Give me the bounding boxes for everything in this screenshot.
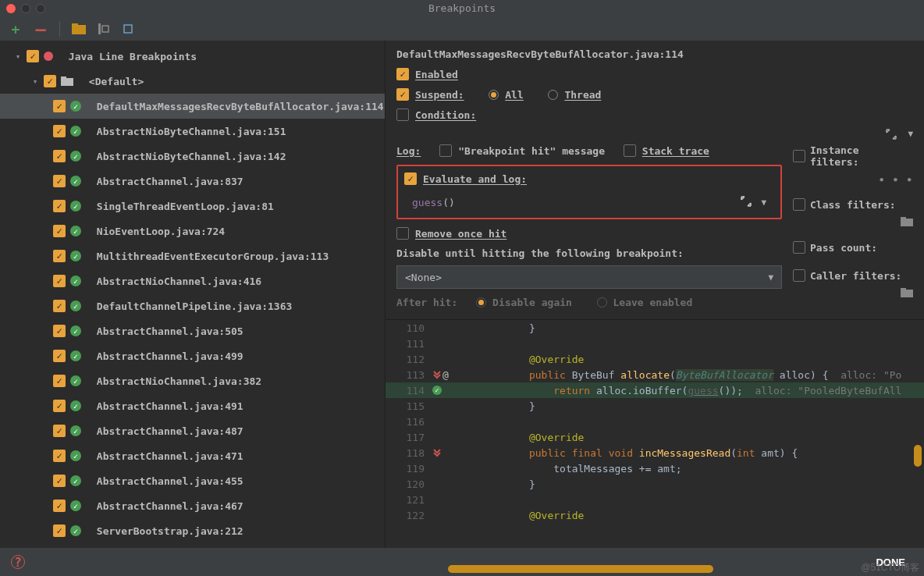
caller-filters-checkbox[interactable]: [793, 269, 805, 282]
tree-row[interactable]: ✓✓ AbstractNioByteChannel.java:151: [0, 119, 385, 144]
tree-row[interactable]: ✓✓ AbstractChannel.java:471: [0, 443, 385, 468]
caller-filters-browse-icon[interactable]: [901, 288, 913, 300]
eval-checkbox[interactable]: ✓: [404, 172, 417, 185]
tree-row[interactable]: ✓✓ AbstractChannel.java:837: [0, 169, 385, 194]
instance-filters-more[interactable]: • • •: [879, 174, 913, 186]
svg-rect-3: [102, 26, 108, 32]
instance-filters-label: Instance filters:: [810, 144, 913, 168]
tree-row[interactable]: ▾✓ Java Line Breakpoints: [0, 44, 385, 69]
suspend-all-radio[interactable]: [489, 90, 499, 100]
svg-rect-2: [98, 23, 101, 34]
view-options-button[interactable]: [121, 21, 137, 37]
expand-icon[interactable]: [886, 129, 897, 140]
tree-row[interactable]: ✓✓ AbstractNioByteChannel.java:142: [0, 144, 385, 169]
tree-row[interactable]: ✓✓ ServerBootstrap.java:212: [0, 518, 385, 543]
help-icon[interactable]: ?: [11, 555, 25, 569]
svg-rect-9: [901, 290, 913, 297]
tree-row[interactable]: ✓✓ AbstractChannel.java:491: [0, 393, 385, 418]
tree-row[interactable]: ▾✓ <Default>: [0, 69, 385, 94]
tree-row[interactable]: ✓✓ AbstractChannel.java:505: [0, 318, 385, 343]
tree-row[interactable]: ✓✓ AbstractChannel.java:487: [0, 418, 385, 443]
code-line: 113@ public ByteBuf allocate(ByteBufAllo…: [386, 367, 924, 382]
window-controls: [6, 4, 45, 13]
tree-row[interactable]: ✓✓ AbstractChannel.java:499: [0, 343, 385, 368]
chevron-down-icon[interactable]: ▼: [908, 129, 913, 140]
zoom-icon[interactable]: [36, 4, 45, 13]
log-msg-label: "Breakpoint hit" message: [458, 145, 605, 157]
instance-filters-checkbox[interactable]: [793, 150, 805, 162]
code-line: 110 }: [386, 320, 924, 336]
tree-row[interactable]: ✓✓ AbstractChannel.java:467: [0, 493, 385, 518]
remove-once-checkbox[interactable]: [396, 227, 409, 240]
suspend-thread-label: Thread: [564, 89, 601, 101]
eval-label: Evaluate and log:: [423, 173, 527, 185]
after-hit-label: After hit:: [396, 297, 457, 308]
eval-expression-input[interactable]: guess() ▼: [404, 188, 774, 216]
tree-row[interactable]: ✓✓ SingleThreadEventLoop.java:81: [0, 194, 385, 219]
class-filters-label: Class filters:: [810, 199, 896, 211]
condition-checkbox[interactable]: [396, 108, 409, 121]
group-by-package-button[interactable]: [71, 21, 87, 37]
tree-row[interactable]: ✓✓ DefaultMaxMessagesRecvByteBufAllocato…: [0, 94, 385, 119]
expand-icon[interactable]: [741, 196, 752, 209]
remove-button[interactable]: –: [33, 21, 48, 37]
svg-rect-8: [901, 217, 906, 219]
tree-row[interactable]: ✓✓ DefaultChannelPipeline.java:1363: [0, 293, 385, 318]
after-hit-leave-radio: [597, 297, 607, 308]
disable-until-label: Disable until hitting the following brea…: [396, 247, 782, 259]
svg-rect-5: [61, 78, 73, 86]
log-stack-checkbox[interactable]: [624, 144, 636, 157]
code-line: 112 @Override: [386, 351, 924, 367]
code-line: 122 @Override: [386, 507, 924, 523]
horizontal-scrollbar[interactable]: [448, 565, 713, 573]
after-hit-disable-label: Disable again: [492, 297, 572, 308]
caller-filters-label: Caller filters:: [810, 270, 901, 282]
pass-count-checkbox[interactable]: [793, 241, 805, 254]
suspend-label: Suspend:: [415, 89, 464, 101]
disable-until-select[interactable]: <None> ▼: [396, 265, 782, 289]
enabled-checkbox[interactable]: ✓: [396, 68, 409, 80]
titlebar: Breakpoints: [0, 0, 924, 17]
evaluate-log-section: ✓ Evaluate and log: guess() ▼: [396, 165, 782, 219]
breakpoint-header: DefaultMaxMessagesRecvByteBufAllocator.j…: [396, 48, 913, 60]
suspend-thread-radio[interactable]: [548, 90, 558, 100]
minimize-icon[interactable]: [21, 4, 30, 13]
toolbar: + –: [0, 17, 924, 41]
log-label: Log:: [396, 145, 421, 157]
enabled-label: Enabled: [415, 69, 458, 80]
code-line: 117 @Override: [386, 429, 924, 445]
condition-label: Condition:: [415, 109, 476, 121]
class-filters-checkbox[interactable]: [793, 198, 805, 211]
tree-row[interactable]: ✓✓ NioEventLoop.java:724: [0, 219, 385, 244]
code-line: 114✓ return alloc.ioBuffer(guess()); all…: [386, 382, 924, 398]
log-stack-label: Stack trace: [642, 145, 709, 157]
class-filters-browse-icon[interactable]: [901, 217, 913, 229]
svg-rect-10: [901, 288, 906, 290]
svg-rect-6: [61, 76, 66, 79]
tree-row[interactable]: ✓✓ MultithreadEventExecutorGroup.java:11…: [0, 244, 385, 268]
title-text: Breakpoints: [428, 2, 496, 14]
chevron-down-icon[interactable]: ▼: [761, 197, 766, 208]
after-hit-leave-label: Leave enabled: [613, 297, 693, 308]
code-preview[interactable]: 110 }111112 @Override113@ public ByteBuf…: [386, 319, 924, 548]
svg-rect-4: [124, 25, 132, 33]
code-line: 121: [386, 492, 924, 507]
group-by-file-button[interactable]: [96, 21, 112, 37]
pass-count-label: Pass count:: [810, 242, 877, 254]
close-icon[interactable]: [6, 4, 16, 13]
tree-row[interactable]: ✓✓ AbstractChannel.java:455: [0, 468, 385, 493]
suspend-all-label: All: [505, 89, 523, 101]
tree-row[interactable]: ✓✓ AbstractNioChannel.java:382: [0, 368, 385, 393]
vertical-scrollbar[interactable]: [914, 445, 922, 467]
log-msg-checkbox[interactable]: [439, 144, 452, 157]
suspend-checkbox[interactable]: ✓: [396, 88, 409, 101]
breakpoint-detail: DefaultMaxMessagesRecvByteBufAllocator.j…: [386, 41, 924, 548]
tree-row[interactable]: ✓✓ AbstractNioChannel.java:416: [0, 268, 385, 293]
code-line: 115 }: [386, 398, 924, 414]
watermark: @51CTO博客: [861, 561, 919, 574]
add-button[interactable]: +: [8, 21, 23, 37]
remove-once-label: Remove once hit: [415, 228, 506, 240]
breakpoint-tree[interactable]: ▾✓ Java Line Breakpoints▾✓ <Default>✓✓ D…: [0, 41, 386, 548]
code-line: 116: [386, 414, 924, 429]
code-line: 118 public final void incMessagesRead(in…: [386, 445, 924, 460]
